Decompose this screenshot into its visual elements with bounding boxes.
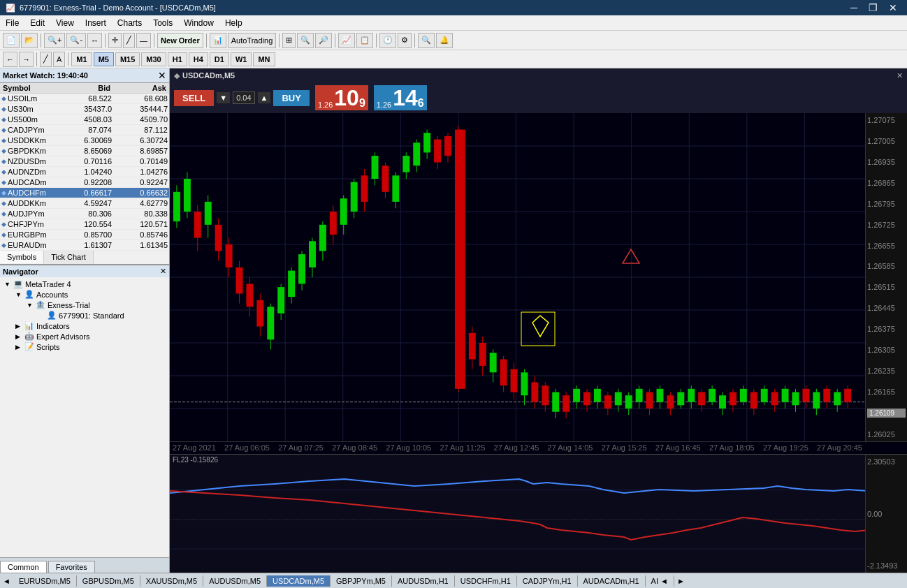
period-sep-btn[interactable]: ⊞ bbox=[282, 33, 296, 48]
line-tool-btn[interactable]: ╱ bbox=[40, 52, 52, 67]
navigator-close[interactable]: ✕ bbox=[160, 267, 166, 276]
text-tool-btn[interactable]: A bbox=[53, 52, 65, 67]
menu-charts[interactable]: Charts bbox=[112, 17, 147, 29]
status-tab-ai[interactable]: AI ◄ bbox=[646, 575, 674, 587]
svg-rect-155 bbox=[170, 455, 865, 573]
symbol-name: ◆ USOILm bbox=[1, 94, 56, 103]
indicator-canvas[interactable]: FL23 -0.15826 bbox=[170, 455, 865, 573]
market-watch-row[interactable]: ◆ CADJPYm 87.074 87.112 bbox=[0, 125, 169, 135]
market-watch-row[interactable]: ◆ AUDCADm 0.92208 0.92247 bbox=[0, 177, 169, 188]
indicators-btn[interactable]: 📈 bbox=[338, 33, 355, 48]
nav-tree-item-6779901:-standard[interactable]: 👤 6779901: Standard bbox=[1, 310, 168, 321]
menu-view[interactable]: View bbox=[50, 17, 80, 29]
title-bar-controls[interactable]: ─ ❐ ✕ bbox=[846, 2, 901, 13]
tab-favorites[interactable]: Favorites bbox=[48, 561, 95, 573]
chart-type-btn[interactable]: 📊 bbox=[210, 33, 226, 48]
svg-rect-57 bbox=[351, 182, 358, 212]
market-watch-row[interactable]: ◆ AUDNZDm 1.04240 1.04276 bbox=[0, 167, 169, 177]
zoom-out-btn[interactable]: 🔍- bbox=[66, 33, 86, 48]
chart-window-close[interactable]: ✕ bbox=[897, 71, 903, 80]
nav-tree-item-accounts[interactable]: ▼ 👤 Accounts bbox=[1, 289, 168, 300]
nav-tree-item-indicators[interactable]: ▶ 📊 Indicators bbox=[1, 321, 168, 331]
open-btn[interactable]: 📂 bbox=[21, 33, 38, 48]
status-tab-usdchf[interactable]: USDCHFm,H1 bbox=[455, 575, 517, 587]
main-chart-canvas[interactable] bbox=[170, 113, 865, 441]
new-chart-btn[interactable]: 📄 bbox=[3, 33, 20, 48]
symbol-name: ◆ EURAUDm bbox=[1, 241, 56, 249]
crosshair-btn[interactable]: ✛ bbox=[108, 33, 122, 48]
tf-m1[interactable]: M1 bbox=[71, 52, 92, 66]
tb-sep5 bbox=[279, 34, 280, 47]
market-watch-row[interactable]: ◆ GBPDKKm 8.65069 8.69857 bbox=[0, 146, 169, 156]
symbol-name: ◆ CADJPYm bbox=[1, 126, 56, 134]
tab-tick-chart[interactable]: Tick Chart bbox=[44, 251, 94, 264]
market-watch-row[interactable]: ◆ EURAUDm 1.61307 1.61345 bbox=[0, 240, 169, 251]
market-watch-row[interactable]: ◆ AUDCHFm 0.66617 0.66632 bbox=[0, 188, 169, 198]
market-watch-row[interactable]: ◆ USDDKKm 6.30069 6.30724 bbox=[0, 135, 169, 146]
status-tab-xauusd[interactable]: XAUUSDm,M5 bbox=[140, 575, 203, 587]
sell-button[interactable]: SELL bbox=[174, 90, 214, 106]
tab-symbols[interactable]: Symbols bbox=[0, 251, 44, 264]
hline-btn[interactable]: — bbox=[136, 33, 151, 48]
status-tab-gbpusd[interactable]: GBPUSDm,M5 bbox=[77, 575, 140, 587]
menu-help[interactable]: Help bbox=[219, 17, 248, 29]
menu-tools[interactable]: Tools bbox=[147, 17, 178, 29]
settings-btn[interactable]: ⚙ bbox=[398, 33, 412, 48]
tf-m15[interactable]: M15 bbox=[115, 52, 140, 66]
close-btn[interactable]: ✕ bbox=[885, 2, 901, 13]
nav-prev-btn[interactable]: ← bbox=[3, 52, 17, 67]
nav-tree-item-exness-trial[interactable]: ▼ 🏦 Exness-Trial bbox=[1, 300, 168, 310]
search-btn[interactable]: 🔍 bbox=[418, 33, 435, 48]
market-watch-row[interactable]: ◆ US30m 35437.0 35444.7 bbox=[0, 104, 169, 115]
buy-button[interactable]: BUY bbox=[273, 90, 309, 106]
new-order-btn[interactable]: New Order bbox=[157, 33, 203, 48]
menu-window[interactable]: Window bbox=[178, 17, 219, 29]
nav-next-btn[interactable]: → bbox=[19, 52, 34, 67]
market-watch-row[interactable]: ◆ AUDDKKm 4.59247 4.62779 bbox=[0, 198, 169, 209]
menu-edit[interactable]: Edit bbox=[24, 17, 50, 29]
alert-btn[interactable]: 🔔 bbox=[436, 33, 453, 48]
status-tab-audcad[interactable]: AUDACADm,H1 bbox=[578, 575, 646, 587]
zoom-in-btn[interactable]: 🔍+ bbox=[44, 33, 65, 48]
tf-m5[interactable]: M5 bbox=[94, 52, 114, 66]
status-tab-audusd-h1[interactable]: AUDUSDm,H1 bbox=[392, 575, 455, 587]
svg-rect-69 bbox=[413, 142, 420, 166]
tab-common[interactable]: Common bbox=[0, 561, 47, 573]
status-tab-eurusd[interactable]: EURUSDm,M5 bbox=[13, 575, 77, 587]
tf-mn[interactable]: MN bbox=[253, 52, 275, 66]
market-watch-row[interactable]: ◆ USOILm 68.522 68.608 bbox=[0, 94, 169, 104]
maximize-btn[interactable]: ❐ bbox=[864, 2, 882, 13]
status-scroll-right[interactable]: ► bbox=[674, 575, 688, 587]
tf-h4[interactable]: H4 bbox=[189, 52, 208, 66]
status-tab-cadjpy[interactable]: CADJPYm,H1 bbox=[517, 575, 578, 587]
menu-insert[interactable]: Insert bbox=[80, 17, 112, 29]
market-watch-row[interactable]: ◆ AUDJPYm 80.306 80.338 bbox=[0, 209, 169, 219]
menu-file[interactable]: File bbox=[0, 17, 24, 29]
chart-area: ◆ USDCADm,M5 ✕ SELL ▼ 0.04 ▲ BUY 1.26 10… bbox=[170, 68, 907, 573]
status-tab-usdcad[interactable]: USDCADm,M5 bbox=[267, 575, 331, 587]
scroll-btn[interactable]: ↔ bbox=[87, 33, 102, 48]
zoom-chart-out[interactable]: 🔎 bbox=[315, 33, 332, 48]
status-tab-gbpjpy[interactable]: GBPJPYm,M5 bbox=[331, 575, 392, 587]
market-watch-row[interactable]: ◆ US500m 4508.03 4509.70 bbox=[0, 115, 169, 125]
nav-tree-item-scripts[interactable]: ▶ 📝 Scripts bbox=[1, 341, 168, 352]
market-watch-row[interactable]: ◆ EURGBPm 0.85700 0.85746 bbox=[0, 230, 169, 240]
tf-m30[interactable]: M30 bbox=[141, 52, 166, 66]
templates-btn[interactable]: 📋 bbox=[356, 33, 373, 48]
market-watch-row[interactable]: ◆ NZDUSDm 0.70116 0.70149 bbox=[0, 156, 169, 167]
line-btn[interactable]: ╱ bbox=[123, 33, 135, 48]
status-tab-audusd[interactable]: AUDUSDm,M5 bbox=[203, 575, 267, 587]
status-scroll-left[interactable]: ◄ bbox=[0, 575, 13, 587]
nav-tree-item-metatrader-4[interactable]: ▼ 💻 MetaTrader 4 bbox=[1, 279, 168, 289]
market-watch-row[interactable]: ◆ CHFJPYm 120.554 120.571 bbox=[0, 219, 169, 230]
clock-btn[interactable]: 🕐 bbox=[379, 33, 396, 48]
autotrading-btn[interactable]: AutoTrading bbox=[228, 33, 277, 48]
tf-w1[interactable]: W1 bbox=[231, 52, 252, 66]
nav-tree-item-expert-advisors[interactable]: ▶ 🤖 Expert Advisors bbox=[1, 331, 168, 341]
tf-d1[interactable]: D1 bbox=[210, 52, 229, 66]
zoom-chart-in[interactable]: 🔍 bbox=[297, 33, 314, 48]
minimize-btn[interactable]: ─ bbox=[846, 2, 862, 13]
tf-h1[interactable]: H1 bbox=[168, 52, 187, 66]
market-watch-title: Market Watch: 19:40:40 bbox=[3, 71, 88, 80]
market-watch-close[interactable]: ✕ bbox=[158, 70, 166, 81]
